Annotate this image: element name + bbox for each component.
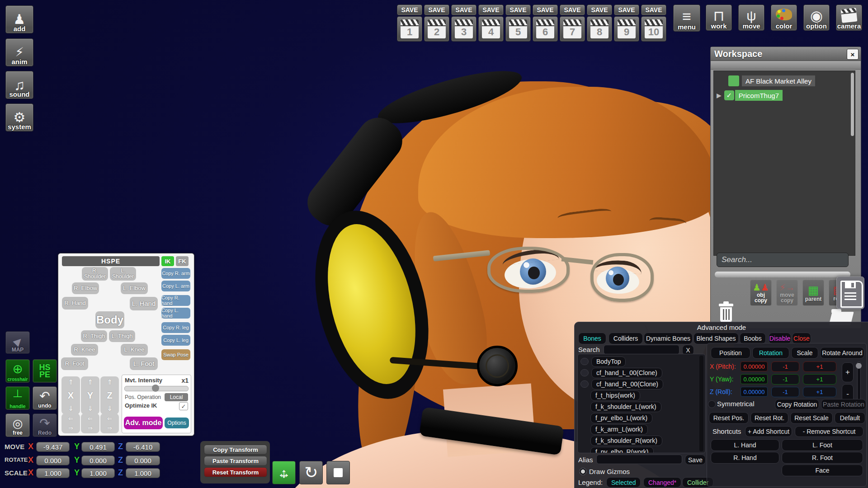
reset-transform-button[interactable]: Reset Transform (204, 467, 267, 477)
tab-dynamic-bones[interactable]: Dynamic Bones (644, 333, 693, 344)
bone-item[interactable]: BodyTop (591, 357, 626, 367)
r-knee-button[interactable]: R. Knee (71, 344, 98, 356)
tree-scrollbar[interactable] (851, 73, 854, 136)
work-button[interactable]: ⊓ work (706, 5, 732, 31)
l-hand-button[interactable]: L. Hand (130, 297, 158, 310)
roll-value[interactable]: 0.00000 (741, 387, 768, 397)
copy-r-arm-button[interactable]: Copy R. arm (161, 268, 190, 279)
shortcut-r-foot-button[interactable]: R. Foot (782, 452, 863, 464)
x-rotate-pad[interactable]: ⇐ ⇒ (61, 413, 80, 433)
x-axis-pad[interactable]: ⇑ X ⇓ (61, 376, 80, 414)
move-z-value[interactable]: -6.410 (126, 442, 160, 452)
tree-item-character[interactable]: ▶ ✓ PricomThug7 (717, 90, 783, 101)
bone-row[interactable]: BodyTop (580, 357, 703, 366)
slider-handle[interactable] (152, 385, 159, 392)
bone-row[interactable]: f_k_shoulder_L(work) (580, 402, 703, 412)
tree-expand-icon[interactable]: ▶ (717, 92, 722, 99)
tab-colliders[interactable]: Colliders (609, 333, 643, 344)
fk-tab[interactable]: FK (176, 256, 189, 266)
symmetrical-toggle[interactable] (708, 400, 716, 408)
arrow-right-icon[interactable]: ⇒ (68, 425, 73, 432)
reset-scale-button[interactable]: Reset Scale (790, 412, 833, 424)
add-button[interactable]: ♟ add (5, 5, 33, 33)
arrow-up-icon[interactable]: ⇑ (107, 378, 113, 386)
yaw-plus-button[interactable]: +1 (803, 374, 836, 385)
move-x-value[interactable]: -9.437 (36, 442, 70, 452)
save-slot-4-label[interactable]: SAVE (478, 5, 504, 15)
pitch-minus-button[interactable]: -1 (771, 361, 799, 372)
mode-tab-scale[interactable]: Scale (791, 347, 818, 359)
shortcut-l-hand-button[interactable]: L. Hand (711, 439, 779, 451)
shortcut-l-foot-button[interactable]: L. Foot (782, 439, 863, 451)
save-slot-2-label[interactable]: SAVE (424, 5, 449, 15)
save-slot-3-label[interactable]: SAVE (451, 5, 476, 15)
arrow-left-icon[interactable]: ⇐ (68, 415, 73, 422)
bone-toggle[interactable] (580, 380, 589, 388)
pitch-plus-button[interactable]: +1 (803, 361, 836, 372)
mode-tab-rotate-around[interactable]: Rotate Around (820, 347, 864, 359)
redo-button[interactable]: ↷ Redo (33, 413, 57, 437)
sound-button[interactable]: ♫ sound (5, 71, 33, 99)
save-slot-10-button[interactable]: 10 (641, 16, 666, 42)
free-camera-button[interactable]: ◎ free (5, 413, 30, 437)
map-button[interactable]: ▶ MAP (5, 331, 30, 354)
arrow-left-icon[interactable]: ⇐ (88, 415, 93, 422)
r-foot-button[interactable]: R. Foot (61, 357, 88, 370)
r-elbow-button[interactable]: R. Elbow (72, 282, 99, 294)
scale-x-value[interactable]: 1.000 (36, 468, 70, 478)
arrow-right-icon[interactable]: ⇒ (107, 425, 112, 432)
l-foot-button[interactable]: L. Foot (130, 357, 158, 370)
arrow-left-icon[interactable]: ⇐ (107, 415, 112, 422)
adv-mode-button[interactable]: Adv. mode (124, 417, 163, 429)
l-thigh-button[interactable]: L. Thigh (109, 330, 135, 342)
increment-plus-button[interactable]: + (842, 362, 854, 382)
workspace-search-input[interactable] (717, 253, 849, 267)
remove-shortcut-button[interactable]: - Remove Shortcut (795, 426, 863, 437)
arrow-up-icon[interactable]: ⇑ (87, 378, 93, 386)
move-copy-button[interactable]: ⚡→ move copy (776, 280, 798, 306)
r-hand-button[interactable]: R. Hand (62, 297, 88, 310)
system-button[interactable]: ⚙ system (5, 103, 33, 131)
rotate-y-value[interactable]: 0.000 (81, 455, 115, 465)
bone-item[interactable]: cf_hand_L_00(Clone) (591, 368, 662, 378)
z-rotate-pad[interactable]: ⇐ ⇒ (100, 413, 119, 433)
paste-transform-button[interactable]: Paste Transform (204, 456, 267, 466)
pos-operation-value[interactable]: Local (165, 393, 188, 401)
rotate-x-value[interactable]: 0.000 (36, 455, 70, 465)
bone-row[interactable]: f_pv_elbo_L(work) (580, 413, 703, 423)
draw-gizmos-toggle[interactable] (579, 468, 587, 475)
save-slot-6-label[interactable]: SAVE (533, 5, 558, 15)
handle-button[interactable]: ┴ handle (5, 386, 30, 410)
l-shoulder-button[interactable]: L. Shoulder (110, 267, 136, 281)
save-slot-8-button[interactable]: 8 (587, 16, 612, 42)
save-slot-3-button[interactable]: 3 (451, 16, 476, 42)
save-slot-10-label[interactable]: SAVE (641, 5, 666, 15)
scale-y-value[interactable]: 1.000 (81, 468, 115, 478)
l-knee-button[interactable]: L. Knee (121, 344, 148, 356)
anim-button[interactable]: ⚡ anim (5, 38, 33, 66)
scale-z-value[interactable]: 1.000 (126, 468, 160, 478)
bone-item[interactable]: f_pv_elbo_L(work) (590, 413, 652, 423)
copy-l-leg-button[interactable]: Copy L. leg (161, 335, 190, 346)
r-thigh-button[interactable]: R. Thigh (81, 330, 107, 342)
copy-r-hand-button[interactable]: Copy R. hand (161, 295, 190, 306)
save-slot-4-button[interactable]: 4 (478, 16, 504, 42)
paste-rotation-button[interactable]: Paste Rotation (821, 399, 866, 410)
tab-bones[interactable]: Bones (578, 333, 606, 344)
save-slot-7-button[interactable]: 7 (560, 16, 585, 42)
workspace-header[interactable]: Workspace × (711, 47, 861, 61)
bone-item[interactable]: cf_hand_R_00(Clone) (591, 379, 663, 389)
menu-button[interactable]: ≡ menu (673, 5, 700, 32)
arrow-down-icon[interactable]: ⇓ (87, 404, 93, 413)
pitch-value[interactable]: 0.00000 (741, 361, 768, 371)
undo-button[interactable]: ↶ undo (33, 386, 57, 410)
move-button[interactable]: ψ move (738, 5, 764, 31)
copy-l-arm-button[interactable]: Copy L. arm (161, 281, 190, 291)
mode-tab-position[interactable]: Position (711, 347, 750, 359)
save-slot-6-button[interactable]: 6 (533, 16, 558, 42)
roll-plus-button[interactable]: +1 (803, 387, 836, 397)
default-button[interactable]: Default (835, 412, 865, 424)
roll-minus-button[interactable]: -1 (771, 387, 799, 397)
optimize-ik-checkbox[interactable]: ✓ (179, 402, 188, 410)
save-slot-9-label[interactable]: SAVE (614, 5, 639, 15)
